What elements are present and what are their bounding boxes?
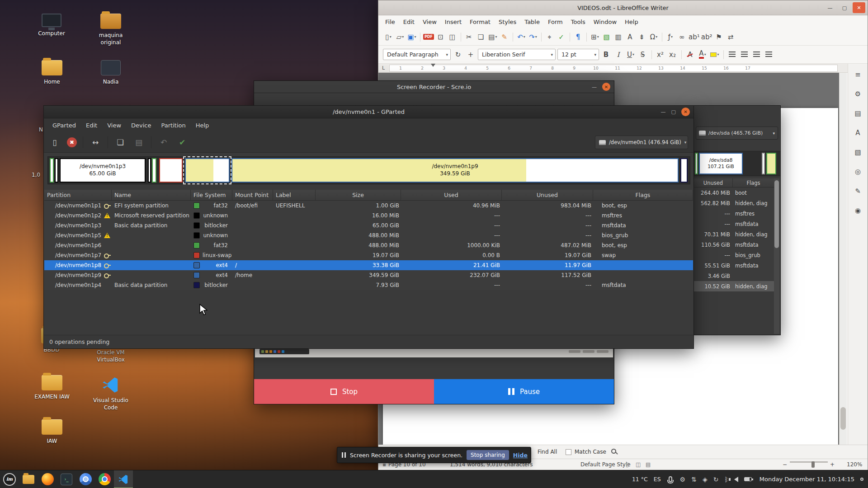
styles-deck-icon[interactable]: A: [852, 127, 864, 138]
navigator-icon[interactable]: ◎: [852, 166, 864, 177]
recorder-titlebar[interactable]: Screen Recorder - Scre.io — ✕: [254, 81, 614, 93]
cross-reference-icon[interactable]: ⇄: [725, 31, 736, 43]
table-row[interactable]: /dev/nvme0n1p6 fat32 488.00 MiB 1000.00 …: [44, 240, 693, 250]
menu-button[interactable]: lm: [0, 470, 19, 488]
strikethrough-icon[interactable]: S: [637, 49, 648, 61]
column-header[interactable]: Used: [401, 190, 502, 200]
insert-chart-icon[interactable]: ▥: [613, 31, 624, 43]
column-header[interactable]: Size: [316, 190, 401, 200]
table-row[interactable]: 10.52 GiB hidden, diag: [694, 281, 774, 291]
partition-segment-p7[interactable]: [159, 158, 183, 183]
italic-icon[interactable]: I: [613, 49, 624, 61]
desktop-icon-nadia[interactable]: Nadia: [89, 60, 132, 86]
menu-item[interactable]: Edit: [81, 120, 102, 131]
ruler[interactable]: L 1234567891011121314151617: [378, 64, 868, 73]
paragraph-style-combo[interactable]: Default Paragraph▾: [383, 49, 451, 60]
toolbar-icon[interactable]: [108, 136, 108, 148]
gallery-icon[interactable]: ▧: [852, 147, 864, 158]
align-center-icon[interactable]: [739, 49, 750, 61]
microphone-icon[interactable]: [667, 476, 674, 482]
maximize-button[interactable]: ▢: [671, 109, 676, 115]
insert-field-icon[interactable]: ƒ▾: [665, 31, 676, 43]
close-button[interactable]: ✕: [853, 2, 865, 13]
view-single-page-icon[interactable]: ▯: [626, 461, 629, 468]
files-app-button[interactable]: [19, 470, 38, 488]
cut-icon[interactable]: ✂: [464, 31, 475, 43]
toolbar-icon[interactable]: [586, 33, 587, 42]
clear-formatting-icon[interactable]: A: [685, 49, 696, 61]
zoom-out-icon[interactable]: −: [783, 461, 787, 468]
sda-device-combo[interactable]: /dev/sda (465.76 GiB) ▾: [696, 127, 778, 140]
menu-item[interactable]: Help: [621, 17, 642, 27]
menu-item[interactable]: Insert: [441, 17, 466, 27]
style-inspector-icon[interactable]: ✎: [852, 186, 864, 197]
page-style-indicator[interactable]: Default Page Style: [580, 461, 631, 468]
partition-segment[interactable]: [695, 153, 698, 174]
align-right-icon[interactable]: [751, 49, 762, 61]
toolbar-icon[interactable]: [513, 33, 513, 42]
menu-item[interactable]: View: [102, 120, 126, 131]
page-deck-icon[interactable]: ▤: [852, 108, 864, 119]
menu-item[interactable]: File: [381, 17, 399, 27]
bookmark-icon[interactable]: ⚑: [713, 31, 724, 43]
bold-icon[interactable]: B: [601, 49, 612, 61]
partition-segment-p3[interactable]: /dev/nvme0n1p365.00 GiB: [60, 158, 146, 183]
table-row[interactable]: /dev/nvme0n1p9 ext4 /home 349.59 GiB 232…: [44, 270, 693, 280]
toolbar-icon[interactable]: [541, 33, 542, 42]
font-color-icon[interactable]: A▾: [697, 49, 708, 61]
subscript-icon[interactable]: x₂: [667, 49, 678, 61]
keyboard-layout[interactable]: ES: [654, 476, 661, 483]
superscript-icon[interactable]: x²: [655, 49, 666, 61]
column-header[interactable]: Unused: [694, 178, 733, 187]
sda-scrollbar[interactable]: [774, 178, 779, 334]
highlight-color-icon[interactable]: ▾: [709, 49, 720, 61]
paste-icon[interactable]: ▤: [132, 136, 145, 149]
undo-icon[interactable]: ↶: [157, 136, 170, 149]
partition-segment[interactable]: [766, 153, 776, 174]
insert-image-icon[interactable]: ▧: [601, 31, 612, 43]
justify-icon[interactable]: [764, 49, 774, 61]
partition-segment-p9[interactable]: /dev/nvme0n1p9349.59 GiB: [231, 158, 679, 183]
column-header[interactable]: Name: [112, 190, 191, 200]
open-icon[interactable]: ▱▾: [395, 31, 406, 43]
toolbar-icon[interactable]: [420, 33, 420, 42]
minimize-button[interactable]: —: [592, 84, 597, 90]
search-icon[interactable]: [611, 449, 616, 454]
zoom-slider-thumb[interactable]: [811, 461, 815, 468]
accessibility-check-icon[interactable]: ◉: [852, 205, 864, 216]
tab-stop-indicator[interactable]: L: [382, 65, 385, 71]
insert-textbox-icon[interactable]: A: [625, 31, 636, 43]
menu-item[interactable]: Table: [520, 17, 544, 27]
font-name-combo[interactable]: Liberation Serif▾: [478, 49, 556, 60]
menu-item[interactable]: Format: [466, 17, 495, 27]
table-row[interactable]: /dev/nvme0n1p1 EFI system partition fat3…: [44, 201, 693, 211]
minimize-button[interactable]: —: [824, 2, 836, 13]
column-header[interactable]: Mount Point: [232, 190, 273, 200]
partition-segment-p4[interactable]: [680, 158, 688, 183]
new-style-icon[interactable]: +: [465, 49, 476, 61]
temperature-indicator[interactable]: 11 °C: [632, 476, 648, 483]
column-header[interactable]: File System: [191, 190, 232, 200]
copy-icon[interactable]: ❏: [476, 31, 486, 43]
print-preview-icon[interactable]: ◫: [447, 31, 458, 43]
table-row[interactable]: 562.82 MiB hidden, diag: [694, 198, 774, 208]
table-row[interactable]: /dev/nvme0n1p2 Microsoft reserved partit…: [44, 211, 693, 221]
desktop-icon-vscode[interactable]: Visual Studio Code: [89, 376, 132, 411]
find-all-button[interactable]: Find All: [538, 449, 557, 455]
zoom-in-icon[interactable]: +: [830, 461, 835, 468]
print-icon[interactable]: ⊡: [435, 31, 446, 43]
insert-hyperlink-icon[interactable]: ∞: [677, 31, 688, 43]
vscode-app-button[interactable]: [114, 470, 133, 488]
close-button[interactable]: ✕: [681, 108, 690, 116]
desktop-icon-home[interactable]: Home: [30, 60, 74, 86]
menu-item[interactable]: View: [419, 17, 441, 27]
desktop-icon-examen-iaw[interactable]: EXAMEN IAW: [30, 375, 74, 401]
menu-item[interactable]: Partition: [156, 120, 191, 131]
undo-icon[interactable]: ↶▾: [516, 31, 527, 43]
firefox-app-button[interactable]: [38, 470, 57, 488]
apply-icon[interactable]: ✔: [176, 136, 189, 149]
font-size-combo[interactable]: 12 pt▾: [557, 49, 599, 60]
partition-segment-p2[interactable]: [55, 158, 58, 183]
format-icon[interactable]: [651, 50, 652, 59]
updates-icon[interactable]: ↻: [713, 476, 719, 483]
